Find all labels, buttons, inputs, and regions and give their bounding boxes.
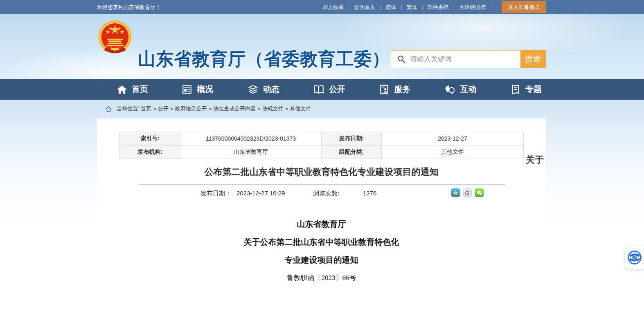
top-link-accessibility[interactable]: 无障碍浏览 [459, 4, 486, 11]
views-value: 1276 [363, 190, 376, 197]
separator: > [257, 106, 261, 112]
nav-item-home[interactable]: 首页 [117, 84, 148, 95]
elder-mode-button[interactable]: 进入长者模式 [502, 1, 546, 13]
nav-item-news[interactable]: 动态 [247, 84, 279, 95]
nav-label: 动态 [263, 84, 279, 95]
breadcrumb-home-icon[interactable] [106, 106, 112, 112]
table-row: 索引号: 11370000004502323D/2023-01373 发布日期:… [120, 132, 524, 146]
share-buttons [451, 188, 484, 197]
separator: | [348, 4, 349, 10]
weibo-share-icon[interactable] [463, 188, 472, 197]
content-panel: 索引号: 11370000004502323D/2023-01373 发布日期:… [97, 119, 546, 309]
crumb-regulations[interactable]: 法规文件 [262, 105, 284, 112]
top-link-add-favorite[interactable]: 加入收藏 [322, 4, 344, 11]
search-input[interactable] [410, 51, 520, 67]
cell-index-label: 索引号: [119, 132, 180, 146]
nav-item-topics[interactable]: 专题 [510, 84, 542, 95]
document-info-table: 索引号: 11370000004502323D/2023-01373 发布日期:… [119, 132, 523, 132]
service-icon [379, 84, 390, 95]
article-meta: 发布日期： 2023-12-27 16:29 浏览次数: 1276 [97, 185, 546, 202]
nav-label: 互动 [460, 84, 477, 95]
nav-item-interaction[interactable]: 互动 [444, 84, 477, 95]
article-line-title-2: 专业建设项目的通知 [97, 256, 546, 264]
nav-label: 公开 [329, 84, 345, 95]
article-line-title-1: 关于公布第二批山东省中等职业教育特色化 [97, 238, 546, 246]
news-icon [247, 84, 259, 95]
crumb-disclosure[interactable]: 公开 [158, 105, 169, 112]
site-title: 山东省教育厅（省委教育工委） [138, 47, 390, 71]
topics-icon [510, 84, 521, 95]
wechat-share-icon[interactable] [475, 188, 484, 197]
breadcrumb-label: 当前位置: [117, 105, 140, 112]
gov-service-icon [628, 251, 642, 264]
article-body: 山东省教育厅 关于公布第二批山东省中等职业教育特色化 专业建设项目的通知 鲁教职… [97, 220, 546, 282]
nav-item-disclosure[interactable]: 公开 [313, 84, 345, 95]
nav-item-services[interactable]: 服务 [379, 84, 410, 95]
cell-category-value: 其他文件 [381, 145, 524, 159]
top-link-set-homepage[interactable]: 设为首页 [354, 4, 375, 11]
national-emblem-logo [97, 20, 133, 56]
separator: > [153, 106, 156, 112]
views-label: 浏览次数: [313, 190, 339, 197]
publish-date-value: 2023-12-27 16:29 [236, 190, 285, 197]
cell-agency-label: 发布机构: [119, 145, 180, 159]
publish-date-label: 发布日期： [200, 190, 231, 197]
cell-index-value: 11370000004502323D/2023-01373 [180, 132, 322, 146]
nav-label: 专题 [525, 84, 542, 95]
separator: | [401, 4, 402, 10]
site-header: 山东省教育厅（省委教育工委） 搜索 [0, 14, 644, 79]
nav-item-overview[interactable]: 概况 [182, 84, 213, 95]
cell-category-label: 组配分类: [321, 145, 382, 159]
crumb-other-files[interactable]: 其他文件 [290, 105, 311, 112]
overview-icon [182, 84, 192, 95]
gov-service-float-button[interactable] [625, 246, 644, 269]
cell-pubdate-label: 发布日期: [321, 132, 382, 146]
top-link-traditional[interactable]: 繁体 [407, 4, 417, 11]
article-line-agency: 山东省教育厅 [97, 220, 546, 228]
interact-icon [444, 84, 456, 95]
top-utility-bar: 欢迎您来到山东省教育厅！ 加入收藏 | 设为首页 | 简体 | 繁体 | 邮件系… [0, 0, 644, 14]
welcome-text: 欢迎您来到山东省教育厅！ [97, 4, 161, 11]
main-navigation: 首页 概况 动态 [0, 79, 644, 100]
separator: | [380, 4, 381, 10]
table-row: 发布机构: 山东省教育厅 组配分类: 其他文件 [120, 146, 524, 159]
cell-agency-value: 山东省教育厅 [180, 145, 322, 159]
crumb-gov-info[interactable]: 政府信息公开 [175, 105, 207, 112]
article-doc-number: 鲁教职函〔2023〕66号 [97, 274, 546, 282]
separator: | [422, 4, 423, 10]
openbook-icon [313, 84, 324, 95]
cell-pubdate-value: 2023-12-27 [381, 132, 524, 146]
site-search: 搜索 [391, 50, 546, 68]
page-body: 当前位置: 首页 > 公开 > 政府信息公开 > 法定主动公开内容 > 法规文件… [0, 100, 644, 309]
separator: > [170, 106, 173, 112]
nav-label: 首页 [132, 84, 148, 95]
nav-label: 服务 [394, 84, 410, 95]
search-button[interactable]: 搜索 [520, 50, 546, 68]
top-links: 加入收藏 | 设为首页 | 简体 | 繁体 | 邮件系统 | 无障碍浏览 | 进… [322, 0, 546, 14]
separator: | [453, 4, 455, 10]
top-link-simplified[interactable]: 简体 [386, 4, 396, 11]
separator: > [285, 106, 288, 112]
breadcrumb: 当前位置: 首页 > 公开 > 政府信息公开 > 法定主动公开内容 > 法规文件… [106, 105, 311, 112]
search-icon [397, 55, 406, 64]
search-field [391, 51, 520, 68]
crumb-home[interactable]: 首页 [141, 105, 151, 112]
nav-label: 概况 [197, 84, 213, 95]
qzone-share-icon[interactable] [451, 188, 460, 197]
separator: > [208, 106, 212, 112]
page: 欢迎您来到山东省教育厅！ 加入收藏 | 设为首页 | 简体 | 繁体 | 邮件系… [0, 0, 644, 309]
home-icon [117, 84, 127, 95]
separator: | [490, 4, 491, 10]
crumb-statutory[interactable]: 法定主动公开内容 [213, 105, 256, 112]
top-link-mail-system[interactable]: 邮件系统 [428, 4, 449, 11]
